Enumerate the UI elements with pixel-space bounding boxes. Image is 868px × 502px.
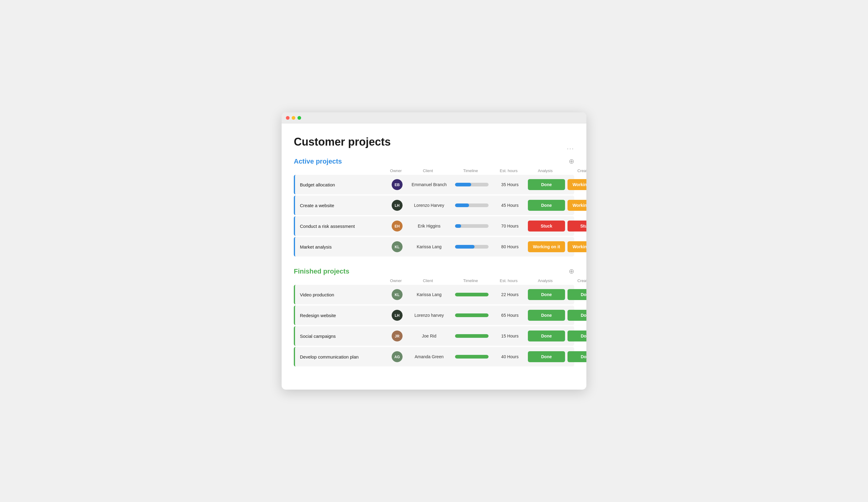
est-hours: 65 Hours [493, 313, 527, 318]
timeline-bar-bg [455, 293, 488, 296]
client-name: Karissa Lang [408, 292, 451, 297]
timeline-bar-fill [455, 334, 488, 338]
minimize-dot[interactable] [292, 116, 295, 120]
finished-rows-container: Video production KL Karissa Lang 22 Hour… [294, 285, 574, 366]
maximize-dot[interactable] [298, 116, 301, 120]
est-hours: 35 Hours [493, 182, 527, 187]
active-section-title: Active projects [294, 157, 342, 165]
svg-text:KL: KL [395, 245, 400, 249]
creation-status-badge: Working on it [568, 241, 586, 252]
timeline-cell [451, 334, 493, 338]
analysis-status-badge: Done [528, 310, 565, 321]
client-name: Karissa Lang [408, 244, 451, 249]
active-section-add-button[interactable]: ⊕ [569, 157, 574, 165]
finished-table: Owner Client Timeline Est. hours Analysi… [294, 279, 574, 366]
timeline-bar-fill [455, 183, 471, 186]
main-content: Customer projects ··· Active projects ⊕ … [282, 123, 586, 390]
active-rows-container: Budget allocation EB Emmanuel Branch 35 … [294, 175, 574, 257]
creation-status-badge: Working on it [568, 200, 586, 211]
client-name: Joe Rid [408, 334, 451, 338]
avatar: LH [392, 310, 403, 321]
avatar: KL [392, 241, 403, 252]
svg-text:LH: LH [395, 313, 400, 318]
timeline-bar-fill [455, 313, 488, 317]
timeline-bar-fill [455, 224, 461, 228]
timeline-bar-bg [455, 313, 488, 317]
timeline-bar-bg [455, 355, 488, 358]
project-name: Redesign website [295, 313, 386, 318]
finished-section-header: Finished projects ⊕ [294, 268, 574, 275]
avatar: AG [392, 351, 403, 362]
col-timeline: Timeline [449, 168, 492, 173]
svg-text:LH: LH [395, 203, 400, 208]
page-title: Customer projects [294, 136, 574, 148]
timeline-bar-bg [455, 334, 488, 338]
col-esthours: Est. hours [492, 168, 525, 173]
finished-section-title: Finished projects [294, 268, 349, 275]
avatar: LH [392, 200, 403, 211]
timeline-bar-fill [455, 293, 488, 296]
fcol-client: Client [406, 279, 449, 283]
table-row[interactable]: Market analysis KL Karissa Lang 80 Hours… [294, 237, 574, 257]
active-col-headers: Owner Client Timeline Est. hours Analysi… [294, 168, 574, 175]
timeline-cell [451, 313, 493, 317]
creation-status-badge: Done [568, 331, 586, 342]
timeline-bar-fill [455, 203, 469, 207]
project-name: Video production [295, 292, 386, 297]
client-name: Lorenzo harvey [408, 313, 451, 318]
creation-status-badge: Working on it [568, 179, 586, 190]
project-name: Budget allocation [295, 182, 386, 187]
svg-text:EH: EH [395, 224, 400, 229]
project-name: Conduct a risk assessment [295, 223, 386, 229]
col-analysis: Analysis [525, 168, 565, 173]
col-client: Client [406, 168, 449, 173]
creation-status-badge: Stuck [568, 221, 586, 231]
project-name: Social campaigns [295, 334, 386, 339]
table-row[interactable]: Create a website LH Lorenzo Harvey 45 Ho… [294, 196, 574, 215]
col-name [294, 168, 385, 173]
app-window: Customer projects ··· Active projects ⊕ … [282, 112, 586, 390]
fcol-analysis: Analysis [525, 279, 565, 283]
est-hours: 80 Hours [493, 244, 527, 249]
table-row[interactable]: Develop communication plan AG Amanda Gre… [294, 347, 574, 366]
finished-col-headers: Owner Client Timeline Est. hours Analysi… [294, 279, 574, 285]
active-projects-section: Active projects ⊕ Owner Client Timeline … [294, 157, 574, 257]
analysis-status-badge: Done [528, 289, 565, 300]
client-name: Emmanuel Branch [408, 182, 451, 187]
svg-text:JR: JR [395, 334, 400, 338]
creation-status-badge: Done [568, 310, 586, 321]
project-name: Market analysis [295, 244, 386, 250]
table-row[interactable]: Conduct a risk assessment EH Erik Higgin… [294, 216, 574, 236]
table-row[interactable]: Social campaigns JR Joe Rid 15 Hours Don… [294, 326, 574, 346]
est-hours: 22 Hours [493, 292, 527, 297]
creation-status-badge: Done [568, 289, 586, 300]
analysis-status-badge: Done [528, 200, 565, 211]
table-row[interactable]: Budget allocation EB Emmanuel Branch 35 … [294, 175, 574, 194]
analysis-status-badge: Working on it [528, 241, 565, 252]
more-options-button[interactable]: ··· [567, 145, 574, 153]
timeline-cell [451, 224, 493, 228]
analysis-status-badge: Done [528, 179, 565, 190]
analysis-status-badge: Done [528, 351, 565, 362]
client-name: Lorenzo Harvey [408, 203, 451, 208]
fcol-name [294, 279, 385, 283]
fcol-owner: Owner [385, 279, 406, 283]
table-row[interactable]: Redesign website LH Lorenzo harvey 65 Ho… [294, 305, 574, 325]
table-row[interactable]: Video production KL Karissa Lang 22 Hour… [294, 285, 574, 304]
creation-status-badge: Done [568, 351, 586, 362]
active-section-header: Active projects ⊕ [294, 157, 574, 165]
est-hours: 45 Hours [493, 203, 527, 208]
col-creation: Creation [565, 168, 586, 173]
titlebar [282, 112, 586, 123]
timeline-bar-fill [455, 245, 475, 249]
est-hours: 40 Hours [493, 354, 527, 359]
close-dot[interactable] [286, 116, 290, 120]
avatar: JR [392, 331, 403, 342]
timeline-bar-fill [455, 355, 488, 358]
est-hours: 15 Hours [493, 334, 527, 338]
fcol-esthours: Est. hours [492, 279, 525, 283]
project-name: Develop communication plan [295, 354, 386, 359]
project-name: Create a website [295, 203, 386, 208]
client-name: Amanda Green [408, 354, 451, 359]
finished-section-add-button[interactable]: ⊕ [569, 268, 574, 275]
